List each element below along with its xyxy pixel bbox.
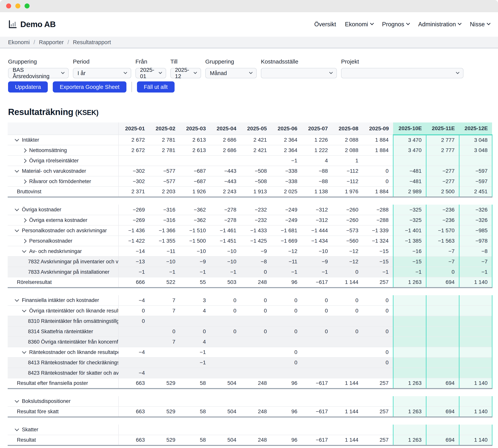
income-statement-table: 2025-012025-022025-032025-042025-052025-… [8, 122, 492, 446]
row-label-text: Bruttovinst [17, 189, 41, 194]
collapse-chevron-icon[interactable] [15, 398, 19, 403]
cell: 663 [119, 435, 149, 445]
collapse-chevron-icon[interactable] [15, 207, 19, 211]
nav-item-administration[interactable]: Administration [418, 21, 461, 28]
collapse-chevron-icon[interactable] [15, 427, 19, 431]
collapse-chevron-icon[interactable] [15, 228, 19, 232]
cell: −1 [119, 267, 149, 277]
cell [241, 368, 271, 378]
collapse-chevron-icon[interactable] [15, 297, 19, 302]
table-row-ovriga-ranteintakter-och-liknande-resultatpo: Övriga ränteintäkter och liknande result… [8, 305, 492, 316]
cell: −260 [332, 205, 363, 215]
update-button[interactable]: Uppdatera [8, 81, 48, 93]
cell: −269 [119, 205, 149, 215]
collapse-chevron-icon[interactable] [15, 137, 19, 142]
breadcrumb-item-rapporter[interactable]: Rapporter [39, 39, 64, 46]
collapse-chevron-icon[interactable] [15, 168, 19, 173]
select-period-1[interactable]: I år [73, 68, 131, 78]
cell [241, 337, 271, 347]
cell: 0 [332, 267, 363, 277]
cell [271, 368, 302, 378]
cell: 257 [363, 378, 393, 388]
nav-item-label: Administration [418, 21, 456, 28]
row-label-text: Material- och varukostnader [22, 168, 86, 174]
row-label-text: Skatter [22, 427, 38, 432]
nav-item-prognos[interactable]: Prognos [382, 21, 409, 28]
cell: −1 [180, 357, 210, 368]
breadcrumb: Ekonomi/Rapporter/Resultatrapport [0, 37, 498, 48]
cell: 4 [180, 305, 210, 316]
export-google-sheet-button[interactable]: Exportera Google Sheet [53, 81, 126, 93]
row-label: Övriga ränteintäkter och liknande result… [8, 305, 119, 316]
cell: 2 989 [393, 187, 426, 197]
cell: 58 [180, 378, 210, 388]
cell: −326 [459, 215, 492, 225]
cell: −443 [210, 166, 241, 176]
minimize-window-icon[interactable] [15, 3, 20, 8]
cell [393, 425, 426, 435]
nav-item-ekonomi[interactable]: Ekonomi [345, 21, 373, 28]
select-gruppering-4[interactable]: Månad [205, 68, 257, 78]
cell: −10 [180, 246, 210, 256]
select-projekt-6[interactable] [341, 68, 464, 78]
expand-chevron-icon[interactable] [22, 218, 27, 223]
cell [363, 396, 393, 407]
cell: 1 263 [393, 277, 426, 288]
expand-chevron-icon[interactable] [22, 239, 27, 243]
table-header-row: 2025-012025-022025-032025-042025-052025-… [8, 122, 492, 135]
select-kostnadsstalle-5[interactable] [261, 68, 337, 78]
report-title: Resultaträkning(KSEK) [8, 107, 490, 117]
cell: −481 [393, 176, 426, 187]
filter-label: Period [73, 58, 131, 65]
table-row-rantekostnader-och-liknande-resultatposter: Räntekostnader och liknande resultatpost… [8, 347, 492, 357]
column-header-2025-12e: 2025-12E [459, 122, 492, 135]
cell: 0 [363, 326, 393, 337]
table-row-8310-ranteintakter-fran-omsattningstillgangar: 8310 Ränteintäkter från omsättningstillg… [8, 316, 492, 326]
gap-cell [8, 417, 492, 425]
filter-field-gruppering-0: GrupperingBAS Årsredovisning [8, 58, 69, 78]
zoom-window-icon[interactable] [25, 3, 30, 8]
cell [302, 425, 332, 435]
cell: −10 [149, 256, 180, 267]
cell: −10 [210, 256, 241, 267]
cell [210, 347, 241, 357]
cell: 0 [241, 326, 271, 337]
cell: 0 [180, 326, 210, 337]
expand-chevron-icon[interactable] [22, 179, 27, 184]
cell [302, 347, 332, 357]
select-fran-2[interactable]: 2025-01 [135, 68, 166, 78]
expand-all-button[interactable]: Fäll ut allt [137, 81, 174, 93]
cell [426, 357, 459, 368]
collapse-chevron-icon[interactable] [22, 248, 27, 253]
cell: 2 088 [332, 135, 363, 145]
select-till-3[interactable]: 2025-12 [170, 68, 201, 78]
nav-item-oversikt[interactable]: Översikt [314, 21, 336, 28]
row-label: 8423 Räntekostnader för skatter och avgi… [8, 368, 119, 378]
cell [363, 368, 393, 378]
expand-chevron-icon[interactable] [22, 148, 27, 153]
cell: −1 451 [210, 236, 241, 246]
cell [363, 425, 393, 435]
cell [210, 368, 241, 378]
app-logo[interactable]: Demo AB [8, 20, 56, 29]
cell: 0 [119, 316, 149, 326]
cell: −12 [332, 256, 363, 267]
row-label: 8413 Räntekostnader för checkräkningskre… [8, 357, 119, 368]
row-label: Resultat före skatt [8, 407, 119, 417]
row-label-text: Resultat efter finansiella poster [17, 380, 88, 386]
row-label: 7833 Avskrivningar på installationer [8, 267, 119, 277]
cell: −1 [180, 267, 210, 277]
cell [332, 337, 363, 347]
select-gruppering-0[interactable]: BAS Årsredovisning [8, 68, 69, 78]
collapse-chevron-icon[interactable] [22, 308, 27, 312]
cell [332, 347, 363, 357]
close-window-icon[interactable] [6, 3, 11, 8]
cell: −1 434 [302, 236, 332, 246]
nav-item-nisse[interactable]: Nisse [470, 21, 490, 28]
cell: −1 401 [393, 225, 426, 236]
collapse-chevron-icon[interactable] [22, 349, 27, 354]
cell: 2 686 [210, 145, 241, 156]
cell: −15 [393, 256, 426, 267]
expand-chevron-icon[interactable] [22, 159, 27, 163]
breadcrumb-item-ekonomi[interactable]: Ekonomi [8, 39, 30, 46]
